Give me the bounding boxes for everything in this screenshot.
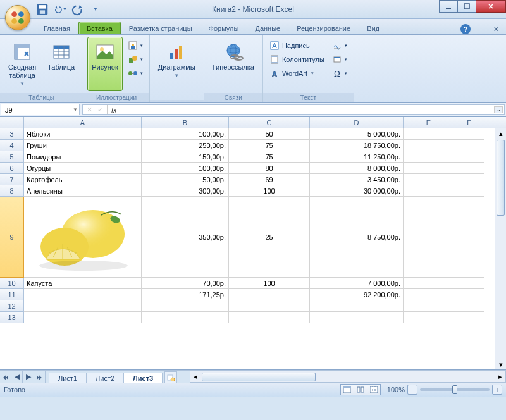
col-header-A[interactable]: A [24, 117, 142, 128]
ribbon-btn-chart[interactable]: Диаграммы▼ [154, 37, 200, 91]
cell[interactable] [24, 312, 142, 323]
cell[interactable]: 7 000,00р. [310, 278, 404, 289]
cell[interactable]: 100,00р. [142, 128, 229, 140]
ribbon-btn-hyperlink[interactable]: Гиперссылка [208, 37, 259, 91]
cell[interactable] [454, 300, 484, 312]
cell[interactable] [404, 197, 454, 278]
cell[interactable]: 25 [229, 197, 310, 278]
sheet-tab-0[interactable]: Лист1 [49, 373, 87, 383]
cell[interactable] [24, 300, 142, 312]
ribbon-text-small-sigline[interactable]: ▾ [330, 39, 350, 52]
zoom-out-button[interactable]: − [407, 385, 417, 395]
cell[interactable] [454, 163, 484, 174]
cell[interactable]: 100,00р. [142, 163, 229, 174]
row-header-12[interactable]: 12 [0, 300, 24, 312]
cell[interactable]: 11 250,00р. [310, 151, 404, 163]
cell[interactable] [454, 151, 484, 163]
ribbon-tab-2[interactable]: Разметка страницы [121, 22, 201, 34]
cell[interactable]: Капуста [24, 278, 142, 289]
cell[interactable] [404, 151, 454, 163]
cell[interactable]: 8 000,00р. [310, 163, 404, 174]
cell[interactable]: 30 000,00р. [310, 185, 404, 197]
cell[interactable]: 18 750,00р. [310, 140, 404, 151]
cell[interactable] [404, 185, 454, 197]
zoom-in-button[interactable]: + [492, 385, 502, 395]
cells-area[interactable]: Яблоки100,00р.505 000,00р.Груши250,00р.7… [24, 128, 484, 323]
cell[interactable] [404, 128, 454, 140]
cell[interactable] [229, 289, 310, 300]
cell[interactable]: Картофель [24, 174, 142, 185]
cell[interactable]: 70,00р. [142, 278, 229, 289]
minimize-button[interactable] [439, 0, 458, 13]
cell[interactable]: 100 [229, 278, 310, 289]
cell[interactable]: 150,00р. [142, 151, 229, 163]
ribbon-small-clipart[interactable]: ▾ [125, 39, 145, 52]
doc-close-icon[interactable]: ✕ [491, 24, 501, 34]
cell[interactable] [404, 163, 454, 174]
ribbon-text-headerfooter[interactable]: Колонтитулы [267, 53, 327, 66]
formula-input-area[interactable]: ✕ ✓ fx ⌄ [82, 104, 505, 115]
cell[interactable]: 8 750,00р. [310, 197, 404, 278]
page-break-view-button[interactable] [367, 384, 381, 395]
cell[interactable]: 75 [229, 151, 310, 163]
cell[interactable]: Помидоры [24, 151, 142, 163]
cell[interactable] [142, 300, 229, 312]
cancel-formula-icon[interactable]: ✕ [87, 106, 92, 114]
cell[interactable] [229, 300, 310, 312]
qat-undo-button[interactable]: ▼ [53, 3, 67, 16]
sheet-prev-button[interactable]: ◀ [11, 371, 23, 383]
row-header-13[interactable]: 13 [0, 312, 24, 323]
cell[interactable]: 50,00р. [142, 174, 229, 185]
sheet-tab-1[interactable]: Лист2 [86, 373, 124, 383]
cell[interactable]: 69 [229, 174, 310, 185]
cell[interactable] [454, 312, 484, 323]
ribbon-text-small-symbol[interactable]: Ω▾ [330, 67, 350, 80]
cell[interactable] [310, 312, 404, 323]
ribbon-btn-picture[interactable]: Рисунок [87, 37, 123, 91]
ribbon-text-textbox[interactable]: AНадпись [267, 39, 327, 52]
ribbon-tab-5[interactable]: Рецензирование [288, 22, 359, 34]
cell[interactable] [454, 289, 484, 300]
accept-formula-icon[interactable]: ✓ [97, 106, 103, 114]
ribbon-tab-6[interactable]: Вид [359, 22, 388, 34]
sheet-next-button[interactable]: ▶ [23, 371, 34, 383]
cell[interactable] [404, 174, 454, 185]
cell[interactable] [24, 197, 142, 278]
col-header-E[interactable]: E [404, 117, 454, 128]
ribbon-btn-table[interactable]: Таблица [43, 37, 79, 91]
qat-customize-button[interactable]: ▼ [89, 3, 102, 16]
cell[interactable]: 92 200,00р. [310, 289, 404, 300]
row-header-9[interactable]: 9 [0, 197, 24, 278]
maximize-button[interactable] [457, 0, 476, 13]
embedded-image[interactable] [27, 199, 139, 275]
ribbon-tab-4[interactable]: Данные [247, 22, 288, 34]
qat-redo-button[interactable] [71, 3, 85, 16]
ribbon-text-wordart[interactable]: AWordArt▾ [267, 67, 327, 80]
cell[interactable]: 75 [229, 140, 310, 151]
cell[interactable] [454, 140, 484, 151]
col-header-F[interactable]: F [454, 117, 484, 128]
cell[interactable]: 350,00р. [142, 197, 229, 278]
cell[interactable]: Огурцы [24, 163, 142, 174]
cell[interactable] [142, 312, 229, 323]
normal-view-button[interactable] [340, 384, 354, 395]
cell[interactable] [454, 128, 484, 140]
cell[interactable]: 5 000,00р. [310, 128, 404, 140]
ribbon-tab-1[interactable]: Вставка [78, 22, 121, 34]
hscroll-thumb[interactable] [202, 373, 316, 381]
cell[interactable]: Апельсины [24, 185, 142, 197]
cell[interactable] [454, 185, 484, 197]
name-box[interactable]: J9 ▼ [1, 104, 80, 115]
cell[interactable]: 3 450,00р. [310, 174, 404, 185]
horizontal-scrollbar[interactable]: ◂ ▸ [190, 371, 506, 383]
row-header-5[interactable]: 5 [0, 151, 24, 163]
col-header-C[interactable]: C [229, 117, 310, 128]
new-sheet-button[interactable] [164, 371, 177, 383]
ribbon-text-small-object[interactable]: ▾ [330, 53, 350, 66]
cell[interactable]: 80 [229, 163, 310, 174]
cell[interactable] [404, 140, 454, 151]
scroll-down-icon[interactable]: ▾ [495, 359, 506, 369]
cell[interactable] [229, 312, 310, 323]
row-header-10[interactable]: 10 [0, 278, 24, 289]
row-header-7[interactable]: 7 [0, 174, 24, 185]
